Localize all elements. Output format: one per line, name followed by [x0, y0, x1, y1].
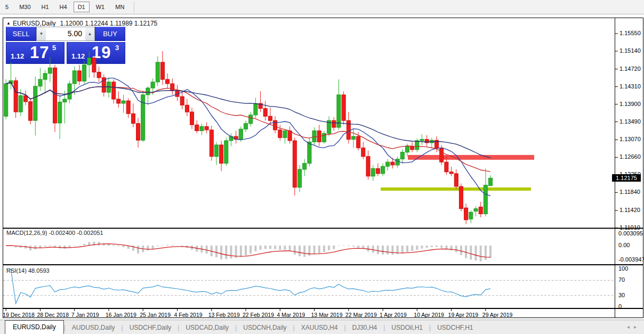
tab-scroll-arrows: ◂▸	[627, 324, 641, 330]
tab-scroll-left-icon[interactable]: ◂	[627, 324, 634, 330]
timeframe-button-M30[interactable]: M30	[15, 2, 35, 12]
tab-scroll-right-icon[interactable]: ▸	[634, 324, 641, 330]
price-axis-label: 1.13900	[619, 101, 641, 107]
one-click-trade-panel: SELL ▼ 5.00 ▲ BUY 1.12 17 5 1.12 19 3	[6, 27, 125, 64]
chart-tab-AUDUSD-Daily[interactable]: AUDUSD,Daily	[66, 321, 122, 334]
macd-axis-label: -0.003947	[618, 256, 644, 263]
date-axis-label: 7 Jan 2019	[71, 312, 99, 318]
chart-tab-USDCNH-Daily[interactable]: USDCNH,Daily	[237, 321, 293, 334]
chart-tab-USDCHF-H1[interactable]: USDCHF,H1	[431, 321, 479, 334]
chart-tab-XAUUSD-H4[interactable]: XAUUSD,H4	[295, 321, 344, 334]
timeframe-button-MN[interactable]: MN	[111, 2, 128, 12]
chart-tab-EURUSD-Daily[interactable]: EURUSD,Daily	[5, 320, 64, 334]
sell-price-box[interactable]: 1.12 17 5	[6, 42, 65, 64]
date-axis-label: 19 Dec 2018	[3, 312, 35, 318]
timeframe-toolbar: 5M30H1H4D1W1MN	[0, 0, 644, 14]
sell-price-base: 1.12	[11, 52, 24, 60]
buy-price-big: 19	[92, 43, 111, 62]
collapse-icon[interactable]: ▲	[6, 21, 11, 26]
date-axis-label: 29 Apr 2019	[482, 312, 513, 318]
chart-window: ▲EURUSD,Daily1.12000 1.12244 1.11989 1.1…	[3, 18, 643, 318]
price-axis-label: 1.15550	[619, 30, 641, 36]
price-axis-label: 1.11420	[619, 207, 640, 213]
date-axis-label: 16 Jan 2019	[106, 312, 136, 318]
timeframe-button-H1[interactable]: H1	[37, 2, 53, 12]
chart-tab-bar: EURUSD,Daily|AUDUSD,Daily|USDCHF,Daily|U…	[0, 320, 644, 334]
buy-price-base: 1.12	[71, 52, 85, 60]
volume-input[interactable]: 5.00	[46, 27, 85, 40]
current-price-tag: 1.12175	[612, 174, 641, 182]
chart-tab-USDCAD-Daily[interactable]: USDCAD,Daily	[179, 321, 235, 334]
date-axis-label: 4 Feb 2019	[174, 312, 203, 318]
timeframe-button-D1[interactable]: D1	[74, 2, 90, 12]
price-axis-label: 1.12660	[619, 153, 641, 160]
timeframe-button-H4[interactable]: H4	[55, 2, 71, 12]
price-axis-label: 1.13490	[619, 118, 641, 125]
trading-terminal: 5M30H1H4D1W1MN ▲EURUSD,Daily1.12000 1.12…	[0, 0, 644, 334]
macd-axis-label: 0.00	[618, 242, 630, 248]
price-axis-label: 1.15140	[619, 47, 641, 54]
volume-increase-icon[interactable]: ▲	[85, 27, 94, 40]
chart-symbol-period: EURUSD,Daily	[13, 20, 56, 27]
volume-decrease-icon[interactable]: ▼	[37, 27, 46, 40]
date-axis-label: 1 Apr 2019	[380, 312, 407, 318]
sell-button[interactable]: SELL	[6, 27, 36, 41]
date-axis-label: 19 Apr 2019	[448, 312, 479, 318]
rsi-label: RSI(14) 48.0593	[6, 267, 50, 274]
buy-price-sup: 3	[115, 44, 119, 52]
sell-price-big: 17	[30, 43, 49, 62]
chart-tab-USDCHF-Daily[interactable]: USDCHF,Daily	[123, 321, 178, 334]
rsi-axis-label: 100	[618, 265, 628, 272]
price-axis-label: 1.14310	[619, 83, 641, 89]
rsi-axis-label: 30	[618, 292, 625, 298]
price-axis-label: 1.13070	[619, 136, 641, 142]
buy-price-box[interactable]: 1.12 19 3	[67, 42, 125, 64]
date-axis-label: 13 Mar 2019	[311, 312, 343, 318]
price-axis-label: 1.11840	[619, 189, 640, 195]
volume-spinner: ▼ 5.00 ▲	[36, 27, 95, 41]
chart-ohlc-values: 1.12000 1.12244 1.11989 1.12175	[60, 20, 158, 27]
chart-tab-USDOil-H1[interactable]: USDOil,H1	[385, 321, 429, 334]
toolbar-separator	[134, 2, 134, 12]
date-axis-label: 10 Apr 2019	[414, 312, 444, 318]
macd-label: MACD(12,26,9) -0.002400 -0.002051	[6, 230, 103, 236]
date-axis-label: 28 Dec 2018	[37, 312, 69, 318]
timeframe-button-5[interactable]: 5	[1, 2, 13, 12]
chart-title: ▲EURUSD,Daily1.12000 1.12244 1.11989 1.1…	[6, 20, 157, 27]
buy-button[interactable]: BUY	[95, 27, 125, 41]
date-axis-label: 25 Jan 2019	[140, 312, 171, 318]
rsi-axis-label: 70	[618, 276, 625, 283]
date-axis-label: 22 Feb 2019	[243, 312, 274, 318]
date-axis-label: 22 Mar 2019	[345, 312, 377, 318]
date-axis-label: 13 Feb 2019	[208, 312, 240, 318]
chart-tab-DJ30-H4[interactable]: DJ30,H4	[346, 321, 384, 334]
date-axis-label: 4 Mar 2019	[277, 312, 305, 318]
macd-axis-label: 0.003095	[618, 230, 643, 237]
rsi-axis-label: 0	[618, 303, 622, 309]
sell-price-sup: 5	[52, 44, 56, 52]
price-axis-label: 1.14720	[619, 66, 641, 72]
timeframe-button-W1[interactable]: W1	[92, 2, 109, 12]
